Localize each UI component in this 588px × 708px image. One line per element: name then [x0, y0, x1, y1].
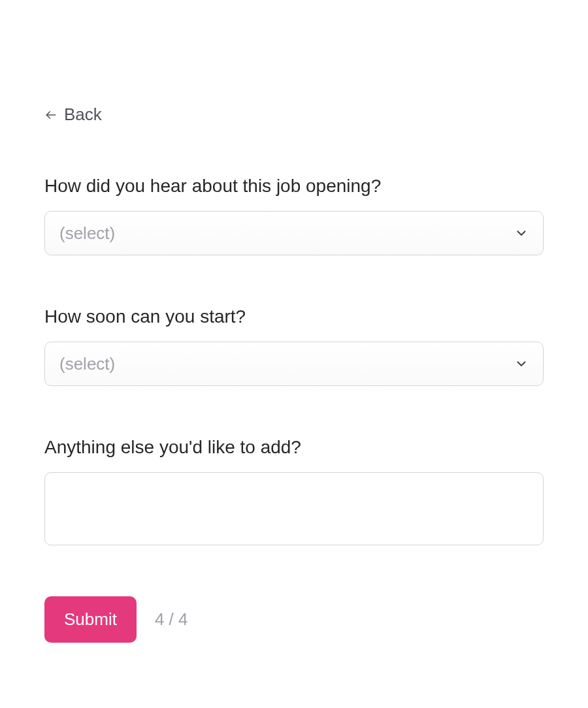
arrow-left-icon	[44, 108, 57, 121]
field-start-date: How soon can you start? (select)	[44, 306, 544, 386]
hear-about-select[interactable]: (select)	[44, 211, 544, 255]
field-hear-about: How did you hear about this job opening?…	[44, 176, 544, 255]
application-form: How did you hear about this job opening?…	[44, 176, 544, 643]
field-label: How soon can you start?	[44, 306, 544, 327]
form-page: Back How did you hear about this job ope…	[0, 0, 588, 643]
back-label: Back	[64, 105, 102, 125]
submit-button[interactable]: Submit	[44, 596, 137, 643]
chevron-down-icon	[514, 357, 529, 371]
select-placeholder: (select)	[59, 223, 115, 244]
step-indicator: 4 / 4	[155, 609, 188, 630]
chevron-down-icon	[514, 226, 529, 240]
select-placeholder: (select)	[59, 354, 115, 374]
additional-info-textarea[interactable]	[44, 472, 544, 545]
field-label: Anything else you'd like to add?	[44, 437, 544, 458]
field-additional-info: Anything else you'd like to add?	[44, 437, 544, 548]
form-actions: Submit 4 / 4	[44, 596, 544, 643]
field-label: How did you hear about this job opening?	[44, 176, 544, 197]
start-date-select[interactable]: (select)	[44, 342, 544, 386]
back-button[interactable]: Back	[44, 105, 102, 125]
